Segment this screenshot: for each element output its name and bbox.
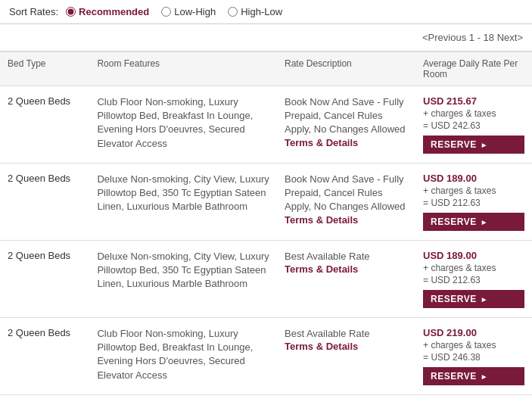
rate-desc-text-2: Best Available Rate <box>285 251 370 262</box>
rate-desc-text-0: Book Now And Save - Fully Prepaid, Cance… <box>285 96 405 135</box>
chevron-right-icon-2: ► <box>481 295 488 304</box>
sort-label-low-high: Low-High <box>174 6 216 17</box>
sort-label-high-low: High-Low <box>241 6 282 17</box>
sort-label: Sort Rates: <box>9 6 58 17</box>
cell-rate-desc-0: Book Now And Save - Fully Prepaid, Cance… <box>277 86 415 164</box>
sort-bar: Sort Rates: Recommended Low-High High-Lo… <box>0 0 532 24</box>
cell-price-3: USD 219.00 + charges & taxes = USD 246.3… <box>415 318 532 395</box>
price-total-1: = USD 212.63 <box>423 198 524 208</box>
bed-type-text-2: 2 Queen Beds <box>8 250 70 261</box>
cell-bed-type-3: 2 Queen Beds <box>0 318 89 395</box>
rates-table: Bed Type Room Features Rate Description … <box>0 51 532 395</box>
chevron-right-icon-3: ► <box>481 372 488 381</box>
sort-label-recommended: Recommended <box>79 6 149 17</box>
cell-rate-desc-2: Best Available Rate Terms & Details <box>277 241 415 318</box>
terms-link-2[interactable]: Terms & Details <box>285 263 358 275</box>
room-features-text-1: Deluxe Non-smoking, City View, Luxury Pi… <box>97 173 269 212</box>
reserve-label-3: RESERVE <box>431 371 477 382</box>
header-avg-daily-rate: Average Daily Rate Per Room <box>415 52 532 86</box>
table-header: Bed Type Room Features Rate Description … <box>0 52 532 86</box>
room-features-text-3: Club Floor Non-smoking, Luxury Pillowtop… <box>97 328 253 381</box>
cell-rate-desc-1: Book Now And Save - Fully Prepaid, Cance… <box>277 164 415 241</box>
reserve-button-1[interactable]: RESERVE ► <box>423 213 524 231</box>
price-block-1: USD 189.00 + charges & taxes = USD 212.6… <box>423 173 524 231</box>
price-block-3: USD 219.00 + charges & taxes = USD 246.3… <box>423 327 524 385</box>
chevron-right-icon-1: ► <box>481 218 488 226</box>
cell-price-2: USD 189.00 + charges & taxes = USD 212.6… <box>415 241 532 318</box>
sort-option-high-low[interactable]: High-Low <box>228 6 282 17</box>
cell-price-1: USD 189.00 + charges & taxes = USD 212.6… <box>415 164 532 241</box>
sort-option-low-high[interactable]: Low-High <box>161 6 216 17</box>
chevron-right-icon-0: ► <box>481 141 488 149</box>
reserve-label-1: RESERVE <box>431 217 477 227</box>
price-taxes-1: + charges & taxes <box>423 185 524 196</box>
sort-option-recommended[interactable]: Recommended <box>66 6 149 17</box>
cell-rate-desc-3: Best Available Rate Terms & Details <box>277 318 415 395</box>
reserve-button-2[interactable]: RESERVE ► <box>423 290 524 308</box>
price-block-2: USD 189.00 + charges & taxes = USD 212.6… <box>423 250 524 308</box>
sort-radio-high-low[interactable] <box>228 7 238 17</box>
table-row: 2 Queen Beds Deluxe Non-smoking, City Vi… <box>0 241 532 318</box>
price-main-1: USD 189.00 <box>423 173 524 184</box>
price-block-0: USD 215.67 + charges & taxes = USD 242.6… <box>423 95 524 154</box>
header-rate-description: Rate Description <box>277 52 415 86</box>
terms-link-1[interactable]: Terms & Details <box>285 214 358 226</box>
price-main-3: USD 219.00 <box>423 327 524 338</box>
price-taxes-3: + charges & taxes <box>423 340 524 350</box>
cell-bed-type-2: 2 Queen Beds <box>0 241 89 318</box>
table-body: 2 Queen Beds Club Floor Non-smoking, Lux… <box>0 86 532 395</box>
cell-room-features-2: Deluxe Non-smoking, City View, Luxury Pi… <box>89 241 277 318</box>
cell-price-0: USD 215.67 + charges & taxes = USD 242.6… <box>415 86 532 164</box>
sort-radio-recommended[interactable] <box>66 7 76 17</box>
price-taxes-2: + charges & taxes <box>423 263 524 273</box>
pagination-text[interactable]: <Previous 1 - 18 Next> <box>422 32 523 43</box>
bed-type-text-0: 2 Queen Beds <box>8 95 70 107</box>
room-features-text-2: Deluxe Non-smoking, City View, Luxury Pi… <box>97 251 269 289</box>
header-bed-type: Bed Type <box>0 52 89 86</box>
price-total-3: = USD 246.38 <box>423 352 524 363</box>
price-main-0: USD 215.67 <box>423 95 524 107</box>
price-total-0: = USD 242.63 <box>423 120 524 131</box>
terms-link-0[interactable]: Terms & Details <box>285 137 358 148</box>
rate-desc-text-1: Book Now And Save - Fully Prepaid, Cance… <box>285 173 405 212</box>
bed-type-text-1: 2 Queen Beds <box>8 173 70 184</box>
cell-room-features-1: Deluxe Non-smoking, City View, Luxury Pi… <box>89 164 277 241</box>
room-features-text-0: Club Floor Non-smoking, Luxury Pillowtop… <box>97 96 253 149</box>
reserve-label-2: RESERVE <box>431 294 477 304</box>
reserve-button-3[interactable]: RESERVE ► <box>423 367 524 385</box>
pagination-bar: <Previous 1 - 18 Next> <box>0 24 532 51</box>
reserve-button-0[interactable]: RESERVE ► <box>423 136 524 154</box>
terms-link-3[interactable]: Terms & Details <box>285 341 358 352</box>
price-main-2: USD 189.00 <box>423 250 524 261</box>
sort-radio-low-high[interactable] <box>161 7 171 17</box>
table-row: 2 Queen Beds Deluxe Non-smoking, City Vi… <box>0 164 532 241</box>
bed-type-text-3: 2 Queen Beds <box>8 327 70 338</box>
price-total-2: = USD 212.63 <box>423 275 524 285</box>
price-taxes-0: + charges & taxes <box>423 108 524 119</box>
cell-bed-type-1: 2 Queen Beds <box>0 164 89 241</box>
reserve-label-0: RESERVE <box>431 139 477 150</box>
table-row: 2 Queen Beds Club Floor Non-smoking, Lux… <box>0 318 532 395</box>
cell-room-features-3: Club Floor Non-smoking, Luxury Pillowtop… <box>89 318 277 395</box>
cell-room-features-0: Club Floor Non-smoking, Luxury Pillowtop… <box>89 86 277 164</box>
table-row: 2 Queen Beds Club Floor Non-smoking, Lux… <box>0 86 532 164</box>
cell-bed-type-0: 2 Queen Beds <box>0 86 89 164</box>
rate-desc-text-3: Best Available Rate <box>285 328 370 339</box>
header-room-features: Room Features <box>89 52 277 86</box>
